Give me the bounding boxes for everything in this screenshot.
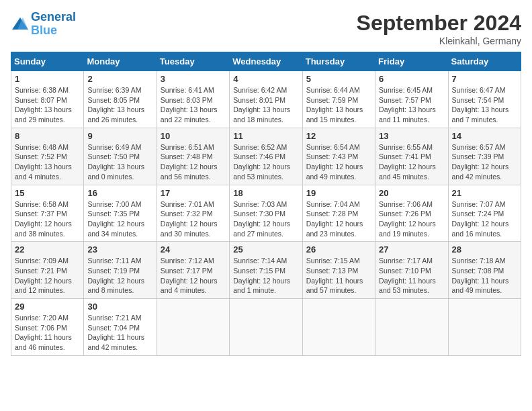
day-number: 11 [233,131,298,141]
day-sunrise: Sunrise: 6:45 AM [379,86,433,94]
day-number: 20 [379,188,444,198]
day-sunset: Sunset: 7:37 PM [15,210,67,218]
empty-cell [230,299,302,356]
day-daylight: Daylight: 12 hours and 38 minutes. [15,220,72,238]
weekday-thursday: Thursday [302,52,375,71]
day-sunrise: Sunrise: 6:51 AM [161,143,214,151]
day-sunset: Sunset: 8:01 PM [233,96,285,104]
day-number: 17 [161,188,226,198]
day-cell-7: 7 Sunrise: 6:47 AM Sunset: 7:54 PM Dayli… [448,71,521,128]
day-daylight: Daylight: 13 hours and 4 minutes. [15,163,72,181]
day-sunrise: Sunrise: 6:38 AM [15,86,69,94]
day-daylight: Daylight: 12 hours and 42 minutes. [452,163,509,181]
day-daylight: Daylight: 11 hours and 53 minutes. [379,277,436,295]
day-cell-17: 17 Sunrise: 7:01 AM Sunset: 7:32 PM Dayl… [157,185,229,242]
weekday-sunday: Sunday [11,52,84,71]
day-cell-10: 10 Sunrise: 6:51 AM Sunset: 7:48 PM Dayl… [157,128,229,185]
logo-line2: Blue [31,24,57,37]
calendar-week-2: 8 Sunrise: 6:48 AM Sunset: 7:52 PM Dayli… [11,128,521,185]
day-sunset: Sunset: 7:21 PM [15,267,67,275]
day-sunrise: Sunrise: 7:17 AM [379,257,433,265]
day-sunrise: Sunrise: 7:06 AM [379,200,433,208]
day-sunset: Sunset: 7:48 PM [161,152,213,161]
logo-icon [11,15,30,34]
day-daylight: Daylight: 12 hours and 16 minutes. [452,220,509,238]
day-number: 15 [15,188,80,198]
day-sunset: Sunset: 7:52 PM [15,152,67,161]
day-sunset: Sunset: 7:28 PM [306,210,359,218]
day-cell-16: 16 Sunrise: 7:00 AM Sunset: 7:35 PM Dayl… [84,185,157,242]
day-sunrise: Sunrise: 6:55 AM [379,143,433,151]
day-cell-30: 30 Sunrise: 7:21 AM Sunset: 7:04 PM Dayl… [84,299,157,356]
day-sunrise: Sunrise: 6:42 AM [233,86,287,94]
day-sunrise: Sunrise: 6:57 AM [452,143,506,151]
day-sunrise: Sunrise: 7:18 AM [452,257,506,265]
day-cell-29: 29 Sunrise: 7:20 AM Sunset: 7:06 PM Dayl… [11,299,84,356]
day-cell-15: 15 Sunrise: 6:58 AM Sunset: 7:37 PM Dayl… [11,185,84,242]
day-daylight: Daylight: 13 hours and 22 minutes. [161,105,218,124]
day-sunrise: Sunrise: 6:39 AM [87,86,141,94]
day-sunrise: Sunrise: 6:49 AM [87,143,141,151]
day-number: 13 [379,131,444,141]
day-cell-2: 2 Sunrise: 6:39 AM Sunset: 8:05 PM Dayli… [84,71,157,128]
day-number: 24 [161,244,226,255]
day-sunrise: Sunrise: 6:44 AM [306,86,360,94]
day-number: 9 [87,131,152,141]
day-number: 27 [379,244,444,255]
day-daylight: Daylight: 12 hours and 56 minutes. [161,163,218,181]
day-sunrise: Sunrise: 6:48 AM [15,143,69,151]
day-number: 18 [233,188,298,198]
day-number: 5 [306,74,371,84]
day-daylight: Daylight: 12 hours and 30 minutes. [161,220,218,238]
day-daylight: Daylight: 11 hours and 46 minutes. [15,333,72,351]
day-cell-28: 28 Sunrise: 7:18 AM Sunset: 7:08 PM Dayl… [448,242,521,299]
weekday-header-row: SundayMondayTuesdayWednesdayThursdayFrid… [11,52,521,71]
day-sunset: Sunset: 7:08 PM [452,267,504,275]
day-number: 23 [87,244,152,255]
day-sunrise: Sunrise: 7:07 AM [452,200,506,208]
day-cell-12: 12 Sunrise: 6:54 AM Sunset: 7:43 PM Dayl… [302,128,375,185]
day-daylight: Daylight: 13 hours and 18 minutes. [233,105,290,124]
day-sunset: Sunset: 7:41 PM [379,152,431,161]
day-cell-24: 24 Sunrise: 7:12 AM Sunset: 7:17 PM Dayl… [157,242,229,299]
day-sunset: Sunset: 7:35 PM [87,210,140,218]
logo: General Blue [11,11,76,38]
day-number: 22 [15,244,80,255]
day-sunset: Sunset: 7:24 PM [452,210,504,218]
day-number: 3 [161,74,226,84]
day-sunrise: Sunrise: 7:01 AM [161,200,214,208]
empty-cell [302,299,375,356]
title-block: September 2024 Kleinkahl, Germany [357,11,521,46]
day-daylight: Daylight: 12 hours and 27 minutes. [233,220,290,238]
day-sunrise: Sunrise: 7:03 AM [233,200,287,208]
day-sunset: Sunset: 8:03 PM [161,96,213,104]
logo-text: General Blue [31,11,76,38]
month-title: September 2024 [357,11,521,36]
day-cell-8: 8 Sunrise: 6:48 AM Sunset: 7:52 PM Dayli… [11,128,84,185]
day-number: 30 [87,302,152,312]
day-cell-26: 26 Sunrise: 7:15 AM Sunset: 7:13 PM Dayl… [302,242,375,299]
calendar-body: 1 Sunrise: 6:38 AM Sunset: 8:07 PM Dayli… [11,71,521,356]
day-sunset: Sunset: 7:06 PM [15,324,67,332]
day-cell-3: 3 Sunrise: 6:41 AM Sunset: 8:03 PM Dayli… [157,71,229,128]
day-number: 26 [306,244,371,255]
day-sunset: Sunset: 7:26 PM [379,210,431,218]
day-cell-6: 6 Sunrise: 6:45 AM Sunset: 7:57 PM Dayli… [375,71,448,128]
day-sunset: Sunset: 7:30 PM [233,210,285,218]
day-sunrise: Sunrise: 7:12 AM [161,257,214,265]
day-sunset: Sunset: 8:07 PM [15,96,67,104]
day-number: 19 [306,188,371,198]
day-number: 8 [15,131,80,141]
day-number: 4 [233,74,298,84]
day-sunrise: Sunrise: 6:41 AM [161,86,214,94]
day-daylight: Daylight: 11 hours and 57 minutes. [306,277,363,295]
day-daylight: Daylight: 13 hours and 29 minutes. [15,105,72,124]
day-number: 29 [15,302,80,312]
day-cell-13: 13 Sunrise: 6:55 AM Sunset: 7:41 PM Dayl… [375,128,448,185]
day-sunset: Sunset: 7:04 PM [87,324,140,332]
empty-cell [375,299,448,356]
day-daylight: Daylight: 12 hours and 53 minutes. [233,163,290,181]
weekday-monday: Monday [84,52,157,71]
day-cell-19: 19 Sunrise: 7:04 AM Sunset: 7:28 PM Dayl… [302,185,375,242]
day-number: 7 [452,74,517,84]
